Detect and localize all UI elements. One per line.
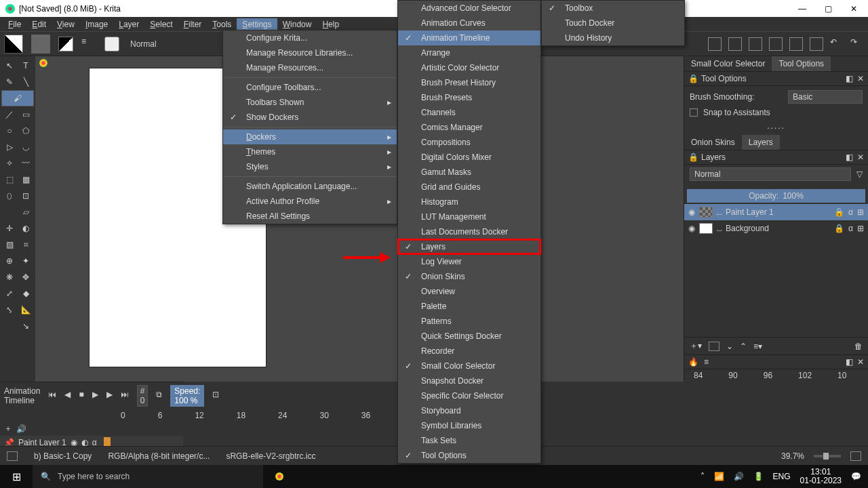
docker-gamut-masks[interactable]: Gamut Masks [398, 165, 540, 180]
undo-icon[interactable]: ↶ [830, 37, 844, 51]
zoom-slider[interactable] [814, 455, 841, 458]
delete-layer-icon[interactable]: 🗑 [854, 342, 863, 351]
docker-advanced-color-selector[interactable]: Advanced Color Selector [398, 1, 540, 16]
docker-digital-colors-mixer[interactable]: Digital Colors Mixer [398, 150, 540, 165]
filter-icon[interactable]: ▽ [856, 169, 863, 179]
taskbar-krita-icon[interactable] [263, 472, 296, 481]
tab-small-color-selector[interactable]: Small Color Selector [684, 56, 772, 71]
close-dock-icon[interactable]: ✕ [857, 152, 864, 162]
docker-histogram[interactable]: Histogram [398, 195, 540, 209]
docker-lut-management[interactable]: LUT Management [398, 209, 540, 224]
docker-specific-color-selector[interactable]: Specific Color Selector [398, 388, 540, 403]
docker-animation-timeline[interactable]: ✓Animation Timeline [398, 30, 540, 45]
menu-window[interactable]: Window [277, 18, 317, 30]
anim-flame-icon[interactable]: 🔥 [688, 357, 698, 367]
tool-23[interactable]: ⊕ [1, 253, 18, 269]
frame-field[interactable]: # 0 [137, 385, 149, 407]
layer-row[interactable]: ◉⎵Paint Layer 1🔒α⊞ [684, 204, 868, 220]
tool-1[interactable]: T [18, 58, 34, 74]
last-frame-icon[interactable]: ⏭ [121, 390, 129, 402]
tool-22[interactable]: ⌗ [18, 237, 34, 253]
layer-row[interactable]: ◉⎵Background🔒α⊞ [684, 220, 868, 237]
speed-slider[interactable]: Speed: 100 % [170, 385, 204, 407]
tool-29[interactable]: ⤣ [1, 302, 18, 318]
docker-arrange[interactable]: Arrange [398, 45, 540, 60]
zoom-value[interactable]: 39.7% [781, 451, 804, 461]
docker-symbol-libraries[interactable]: Symbol Libraries [398, 418, 540, 433]
docker-brush-preset-history[interactable]: Brush Preset History [398, 75, 540, 90]
tool-25[interactable]: ❋ [1, 269, 18, 285]
menu-tools[interactable]: Tools [207, 18, 237, 30]
add-track-icon[interactable]: ＋ [4, 423, 12, 434]
docker-onion-skins[interactable]: ✓Onion Skins [398, 269, 540, 284]
duplicate-layer-icon[interactable] [709, 342, 719, 351]
close-dock-icon[interactable]: ✕ [857, 74, 864, 83]
alpha-icon[interactable]: α [848, 224, 853, 233]
docker-tool-options[interactable]: ✓Tool Options [398, 448, 540, 463]
props-icon[interactable]: ⊞ [857, 207, 864, 217]
settings-icon[interactable]: ⊡ [212, 390, 219, 402]
docker-toolbox[interactable]: ✓Toolbox [542, 1, 684, 16]
open-icon[interactable] [789, 37, 803, 51]
docker-snapshot-docker[interactable]: Snapshot Docker [398, 373, 540, 388]
tool-24[interactable]: ✦ [18, 253, 34, 269]
anim-menu-icon[interactable]: ≡ [704, 357, 709, 367]
menu-file[interactable]: File [3, 18, 26, 30]
tool-19[interactable]: ✛ [1, 220, 18, 237]
new-icon[interactable] [769, 37, 783, 51]
lock-icon[interactable]: 🔒 [688, 74, 698, 83]
docker-palette[interactable]: Palette [398, 299, 540, 314]
maximize-button[interactable]: ▢ [823, 4, 833, 14]
menu-filter[interactable]: Filter [178, 18, 208, 30]
tray-wifi-icon[interactable]: 📶 [714, 472, 724, 481]
tool-28[interactable]: ◆ [18, 285, 34, 302]
docker-compositions[interactable]: Compositions [398, 135, 540, 150]
mirror-icon[interactable] [728, 37, 742, 51]
tool-3[interactable]: ╲ [18, 74, 34, 90]
stop-icon[interactable]: ■ [79, 390, 83, 402]
tool-16[interactable]: ⊡ [18, 188, 34, 204]
move-up-icon[interactable]: ⌃ [740, 342, 747, 351]
menuitem-dockers[interactable]: Dockers▸ [223, 129, 397, 144]
menuitem-reset-all-settings[interactable]: Reset All Settings [223, 209, 397, 224]
docker-brush-presets[interactable]: Brush Presets [398, 90, 540, 105]
docker-animation-curves[interactable]: Animation Curves [398, 16, 540, 30]
menu-settings[interactable]: Settings [237, 18, 277, 30]
canvas-map-icon[interactable] [850, 451, 861, 461]
docker-patterns[interactable]: Patterns [398, 314, 540, 329]
tool-30[interactable]: 📐 [18, 302, 34, 318]
prev-frame-icon[interactable]: ◀ [64, 390, 71, 402]
move-down-icon[interactable]: ⌄ [726, 342, 733, 351]
docker-task-sets[interactable]: Task Sets [398, 433, 540, 448]
tool-14[interactable]: ▦ [18, 171, 34, 188]
docker-grid-and-guides[interactable]: Grid and Guides [398, 180, 540, 195]
layer-blend-select[interactable]: Normal [690, 167, 851, 181]
props-icon[interactable]: ⊞ [857, 224, 864, 233]
tool-12[interactable]: 〰 [18, 155, 34, 171]
opacity-slider[interactable]: Opacity: 100% [687, 189, 865, 203]
tool-2[interactable]: ✎ [1, 74, 18, 90]
menu-edit[interactable]: Edit [26, 18, 52, 30]
tool-20[interactable]: ◐ [18, 220, 34, 237]
float-icon[interactable]: ◧ [846, 74, 853, 83]
docker-undo-history[interactable]: Undo History [542, 30, 684, 45]
tool-32[interactable]: ↘ [18, 318, 34, 334]
add-layer-icon[interactable]: ＋▾ [690, 340, 702, 352]
play-icon[interactable]: ▶ [92, 390, 98, 402]
save-icon[interactable] [810, 37, 823, 51]
fg-bg-color-icon[interactable] [58, 37, 73, 52]
list-icon[interactable]: ≡ [81, 37, 96, 52]
menuitem-toolbars-shown[interactable]: Toolbars Shown▸ [223, 95, 397, 110]
tool-5[interactable]: ／ [1, 106, 18, 123]
tool-27[interactable]: ⤢ [1, 285, 18, 302]
brush-preset-icon[interactable] [104, 37, 119, 52]
blend-mode-select[interactable]: Normal [127, 38, 209, 50]
tray-chevron-icon[interactable]: ˄ [701, 472, 705, 481]
tray-lang[interactable]: ENG [773, 472, 791, 481]
menu-layer[interactable]: Layer [113, 18, 144, 30]
layer-name[interactable]: Paint Layer 1 [726, 207, 830, 217]
tray-notifications-icon[interactable]: 💬 [851, 472, 861, 481]
tool-6[interactable]: ▭ [18, 106, 34, 123]
docker-touch-docker[interactable]: Touch Docker [542, 16, 684, 30]
docker-recorder[interactable]: Recorder [398, 344, 540, 359]
